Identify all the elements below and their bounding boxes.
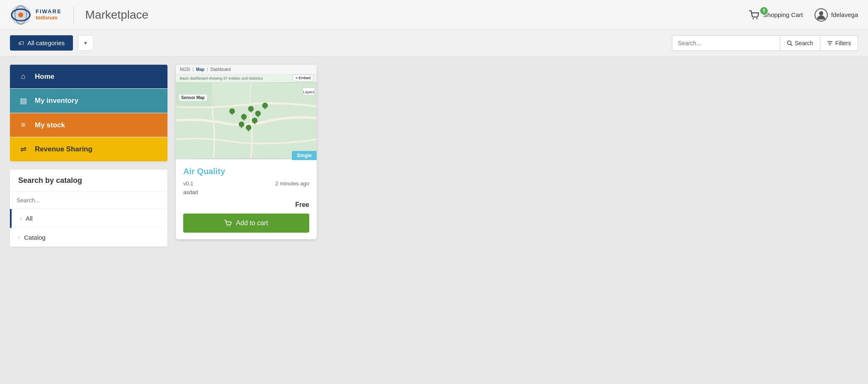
- cart-btn-icon: [224, 220, 232, 226]
- all-categories-label: All categories: [27, 39, 65, 46]
- map-tab-ngsi[interactable]: NGSI: [180, 67, 190, 72]
- sidebar-revenue-label: Revenue Sharing: [35, 145, 92, 153]
- catalog-all-label: All: [26, 215, 33, 222]
- map-svg: Layers: [176, 82, 317, 159]
- sidebar-item-home[interactable]: ⌂ Home: [10, 65, 167, 89]
- chevron-down-icon: ▾: [84, 40, 87, 46]
- svg-point-4: [753, 18, 754, 19]
- inventory-icon: ▤: [18, 96, 28, 105]
- username: fdelavega: [831, 11, 858, 18]
- svg-point-7: [819, 11, 823, 15]
- product-title: Air Quality: [183, 167, 309, 176]
- categories-dropdown-button[interactable]: ▾: [78, 35, 93, 51]
- chevron-right-icon: ›: [20, 216, 22, 221]
- chevron-right-icon-2: ›: [18, 235, 20, 241]
- search-area: Search Filters: [672, 35, 858, 51]
- sidebar-home-label: Home: [35, 73, 54, 81]
- home-icon: ⌂: [18, 72, 28, 81]
- svg-line-9: [790, 44, 792, 46]
- toolbar: 🏷 All categories ▾ Search Filters: [0, 30, 868, 56]
- logo-area: FIWARE tmforum: [10, 4, 62, 26]
- map-tabs: NGSI | Map | Dashboard: [176, 65, 317, 75]
- product-version: v0.1: [183, 180, 194, 187]
- search-label: Search: [795, 40, 813, 46]
- cart-icon: [749, 10, 760, 19]
- tag-icon: 🏷: [18, 40, 24, 46]
- svg-rect-15: [213, 83, 251, 104]
- marketplace-title: Marketplace: [85, 8, 149, 22]
- embed-button[interactable]: » Embed: [293, 75, 313, 81]
- user-avatar-icon: [815, 8, 828, 22]
- add-to-cart-button[interactable]: Add to cart: [183, 214, 309, 233]
- shopping-cart[interactable]: 0 Shopping Cart: [749, 10, 803, 19]
- single-badge: Single: [292, 151, 317, 160]
- logo-separator: [73, 7, 74, 23]
- logo-fiware-text: FIWARE: [36, 9, 62, 15]
- svg-point-26: [227, 225, 228, 226]
- product-area: NGSI | Map | Dashboard Basic dashboard s…: [176, 65, 858, 247]
- product-time: 2 minutes ago: [275, 180, 309, 187]
- svg-point-5: [756, 18, 758, 19]
- sidebar-stock-label: My stock: [35, 121, 65, 129]
- catalog-search-input[interactable]: [10, 192, 167, 209]
- sidebar-menu: ⌂ Home ▤ My inventory ≡ My stock ⇌ Reven…: [10, 65, 167, 161]
- search-catalog: Search by catalog › All › Catalog: [10, 170, 167, 247]
- svg-point-27: [229, 225, 230, 226]
- user-area[interactable]: fdelavega: [815, 8, 858, 22]
- svg-text:Layers: Layers: [303, 90, 315, 94]
- logo-text: FIWARE tmforum: [36, 9, 62, 21]
- header-right: 0 Shopping Cart fdelavega: [749, 8, 858, 22]
- product-image: NGSI | Map | Dashboard Basic dashboard s…: [176, 65, 317, 160]
- search-input[interactable]: [672, 35, 780, 51]
- product-info: Air Quality v0.1 2 minutes ago asdad Fre…: [176, 160, 317, 239]
- main-content: ⌂ Home ▤ My inventory ≡ My stock ⇌ Reven…: [0, 56, 868, 255]
- cart-label: Shopping Cart: [763, 11, 803, 18]
- sidebar: ⌂ Home ▤ My inventory ≡ My stock ⇌ Reven…: [10, 65, 167, 247]
- catalog-item-all[interactable]: › All: [10, 209, 167, 228]
- map-preview: NGSI | Map | Dashboard Basic dashboard s…: [176, 65, 317, 160]
- svg-point-3: [18, 12, 23, 17]
- product-card: NGSI | Map | Dashboard Basic dashboard s…: [176, 65, 317, 239]
- fiware-logo-icon: [10, 4, 32, 26]
- search-button[interactable]: Search: [780, 35, 820, 51]
- catalog-catalog-label: Catalog: [24, 234, 46, 241]
- header-left: FIWARE tmforum Marketplace: [10, 4, 148, 26]
- revenue-icon: ⇌: [18, 145, 28, 154]
- add-to-cart-label: Add to cart: [236, 219, 268, 227]
- search-icon: [787, 40, 793, 46]
- stock-icon: ≡: [18, 121, 28, 129]
- filters-label: Filters: [835, 40, 851, 46]
- cart-badge: 0: [760, 7, 768, 15]
- product-meta: v0.1 2 minutes ago: [183, 180, 309, 187]
- catalog-item-catalog[interactable]: › Catalog: [10, 228, 167, 247]
- map-tab-dashboard[interactable]: Dashboard: [211, 67, 231, 72]
- filters-button[interactable]: Filters: [820, 35, 858, 51]
- sidebar-item-inventory[interactable]: ▤ My inventory: [10, 89, 167, 113]
- product-description: asdad: [183, 189, 309, 195]
- sensor-map-label: Sensor Map: [179, 95, 207, 101]
- filters-icon: [827, 40, 833, 46]
- map-background: Layers Sensor Map: [176, 82, 317, 159]
- product-price: Free: [183, 201, 309, 209]
- sidebar-item-revenue[interactable]: ⇌ Revenue Sharing: [10, 137, 167, 161]
- header: FIWARE tmforum Marketplace 0 Shopping Ca…: [0, 0, 868, 30]
- logo-tmforum-text: tmforum: [36, 15, 62, 21]
- search-catalog-title: Search by catalog: [10, 170, 167, 192]
- sidebar-item-stock[interactable]: ≡ My stock: [10, 113, 167, 137]
- sidebar-inventory-label: My inventory: [35, 97, 78, 105]
- all-categories-button[interactable]: 🏷 All categories: [10, 35, 73, 51]
- map-tab-map[interactable]: Map: [196, 67, 204, 72]
